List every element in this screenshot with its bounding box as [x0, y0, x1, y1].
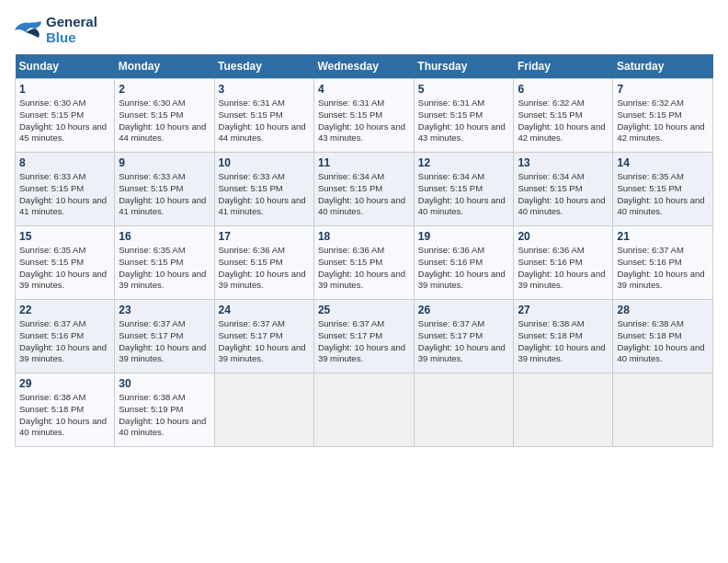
day-number: 14 [617, 156, 709, 169]
calendar-cell [514, 373, 613, 447]
day-number: 5 [418, 83, 510, 96]
day-number: 3 [219, 83, 310, 96]
calendar-cell: 12Sunrise: 6:34 AMSunset: 5:15 PMDayligh… [414, 153, 514, 226]
col-header-friday: Friday [514, 54, 613, 79]
day-number: 12 [418, 156, 510, 169]
day-info: Sunrise: 6:37 AMSunset: 5:17 PMDaylight:… [318, 318, 405, 363]
calendar-week-row: 15Sunrise: 6:35 AMSunset: 5:15 PMDayligh… [16, 226, 713, 300]
day-info: Sunrise: 6:33 AMSunset: 5:15 PMDaylight:… [119, 171, 206, 216]
calendar-week-row: 29Sunrise: 6:38 AMSunset: 5:18 PMDayligh… [16, 373, 713, 447]
day-info: Sunrise: 6:37 AMSunset: 5:17 PMDaylight:… [418, 318, 506, 363]
day-number: 29 [19, 377, 110, 390]
day-info: Sunrise: 6:32 AMSunset: 5:15 PMDaylight:… [518, 98, 605, 143]
calendar-week-row: 22Sunrise: 6:37 AMSunset: 5:16 PMDayligh… [16, 300, 713, 373]
day-number: 28 [617, 304, 709, 316]
day-info: Sunrise: 6:33 AMSunset: 5:15 PMDaylight:… [219, 171, 306, 216]
day-number: 2 [119, 83, 210, 96]
calendar-cell: 24Sunrise: 6:37 AMSunset: 5:17 PMDayligh… [214, 300, 313, 373]
calendar-cell: 8Sunrise: 6:33 AMSunset: 5:15 PMDaylight… [16, 153, 115, 226]
day-number: 18 [318, 230, 410, 243]
day-info: Sunrise: 6:37 AMSunset: 5:16 PMDaylight:… [617, 245, 704, 290]
day-info: Sunrise: 6:36 AMSunset: 5:16 PMDaylight:… [418, 245, 506, 290]
day-number: 21 [617, 230, 709, 243]
col-header-thursday: Thursday [414, 54, 514, 79]
day-number: 6 [518, 83, 609, 96]
day-info: Sunrise: 6:36 AMSunset: 5:16 PMDaylight:… [518, 245, 605, 290]
day-number: 4 [318, 83, 410, 96]
logo: General Blue [15, 15, 97, 45]
day-info: Sunrise: 6:30 AMSunset: 5:15 PMDaylight:… [119, 98, 206, 143]
day-info: Sunrise: 6:34 AMSunset: 5:15 PMDaylight:… [318, 171, 405, 216]
day-info: Sunrise: 6:31 AMSunset: 5:15 PMDaylight:… [219, 98, 306, 143]
day-info: Sunrise: 6:35 AMSunset: 5:15 PMDaylight:… [19, 245, 107, 290]
calendar-cell: 25Sunrise: 6:37 AMSunset: 5:17 PMDayligh… [313, 300, 414, 373]
day-number: 11 [318, 156, 410, 169]
calendar-cell [214, 373, 313, 447]
calendar-cell: 22Sunrise: 6:37 AMSunset: 5:16 PMDayligh… [16, 300, 115, 373]
calendar-week-row: 8Sunrise: 6:33 AMSunset: 5:15 PMDaylight… [16, 153, 713, 226]
col-header-wednesday: Wednesday [313, 54, 414, 79]
calendar-week-row: 1Sunrise: 6:30 AMSunset: 5:15 PMDaylight… [16, 79, 713, 153]
calendar-cell: 29Sunrise: 6:38 AMSunset: 5:18 PMDayligh… [16, 373, 115, 447]
calendar-cell: 10Sunrise: 6:33 AMSunset: 5:15 PMDayligh… [214, 153, 313, 226]
calendar-cell: 3Sunrise: 6:31 AMSunset: 5:15 PMDaylight… [214, 79, 313, 153]
calendar-cell: 7Sunrise: 6:32 AMSunset: 5:15 PMDaylight… [613, 79, 713, 153]
calendar-cell: 5Sunrise: 6:31 AMSunset: 5:15 PMDaylight… [414, 79, 514, 153]
day-info: Sunrise: 6:36 AMSunset: 5:15 PMDaylight:… [318, 245, 405, 290]
day-number: 10 [219, 156, 310, 169]
calendar-cell: 13Sunrise: 6:34 AMSunset: 5:15 PMDayligh… [514, 153, 613, 226]
day-info: Sunrise: 6:38 AMSunset: 5:18 PMDaylight:… [518, 318, 605, 363]
day-number: 25 [318, 304, 410, 316]
calendar-cell: 26Sunrise: 6:37 AMSunset: 5:17 PMDayligh… [414, 300, 514, 373]
day-info: Sunrise: 6:32 AMSunset: 5:15 PMDaylight:… [617, 98, 704, 143]
day-number: 9 [119, 156, 210, 169]
day-number: 17 [219, 230, 310, 243]
day-number: 24 [219, 304, 310, 316]
day-info: Sunrise: 6:36 AMSunset: 5:15 PMDaylight:… [219, 245, 306, 290]
day-info: Sunrise: 6:37 AMSunset: 5:16 PMDaylight:… [19, 318, 107, 363]
day-info: Sunrise: 6:37 AMSunset: 5:17 PMDaylight:… [219, 318, 306, 363]
col-header-tuesday: Tuesday [214, 54, 313, 79]
calendar-cell: 27Sunrise: 6:38 AMSunset: 5:18 PMDayligh… [514, 300, 613, 373]
day-info: Sunrise: 6:35 AMSunset: 5:15 PMDaylight:… [119, 245, 206, 290]
day-number: 22 [19, 304, 110, 316]
calendar-cell: 19Sunrise: 6:36 AMSunset: 5:16 PMDayligh… [414, 226, 514, 300]
calendar-cell: 15Sunrise: 6:35 AMSunset: 5:15 PMDayligh… [16, 226, 115, 300]
day-number: 8 [19, 156, 110, 169]
day-info: Sunrise: 6:31 AMSunset: 5:15 PMDaylight:… [418, 98, 506, 143]
day-number: 27 [518, 304, 609, 316]
day-info: Sunrise: 6:33 AMSunset: 5:15 PMDaylight:… [19, 171, 107, 216]
page-header: General Blue [15, 15, 713, 45]
day-number: 26 [418, 304, 510, 316]
calendar-cell: 21Sunrise: 6:37 AMSunset: 5:16 PMDayligh… [613, 226, 713, 300]
day-info: Sunrise: 6:35 AMSunset: 5:15 PMDaylight:… [617, 171, 704, 216]
calendar-cell: 18Sunrise: 6:36 AMSunset: 5:15 PMDayligh… [313, 226, 414, 300]
day-info: Sunrise: 6:31 AMSunset: 5:15 PMDaylight:… [318, 98, 405, 143]
day-number: 30 [119, 377, 210, 390]
calendar-cell: 14Sunrise: 6:35 AMSunset: 5:15 PMDayligh… [613, 153, 713, 226]
day-number: 20 [518, 230, 609, 243]
day-info: Sunrise: 6:34 AMSunset: 5:15 PMDaylight:… [518, 171, 605, 216]
calendar-cell: 9Sunrise: 6:33 AMSunset: 5:15 PMDaylight… [115, 153, 214, 226]
day-info: Sunrise: 6:38 AMSunset: 5:18 PMDaylight:… [19, 392, 107, 437]
day-number: 19 [418, 230, 510, 243]
day-info: Sunrise: 6:38 AMSunset: 5:19 PMDaylight:… [119, 392, 206, 437]
calendar-cell: 28Sunrise: 6:38 AMSunset: 5:18 PMDayligh… [613, 300, 713, 373]
col-header-saturday: Saturday [613, 54, 713, 79]
calendar-cell: 30Sunrise: 6:38 AMSunset: 5:19 PMDayligh… [115, 373, 214, 447]
day-number: 23 [119, 304, 210, 316]
logo-bird-icon [15, 19, 42, 41]
day-info: Sunrise: 6:38 AMSunset: 5:18 PMDaylight:… [617, 318, 704, 363]
calendar-cell [313, 373, 414, 447]
calendar-cell: 4Sunrise: 6:31 AMSunset: 5:15 PMDaylight… [313, 79, 414, 153]
header-row: SundayMondayTuesdayWednesdayThursdayFrid… [16, 54, 713, 79]
calendar-cell: 2Sunrise: 6:30 AMSunset: 5:15 PMDaylight… [115, 79, 214, 153]
day-info: Sunrise: 6:34 AMSunset: 5:15 PMDaylight:… [418, 171, 506, 216]
calendar-cell: 20Sunrise: 6:36 AMSunset: 5:16 PMDayligh… [514, 226, 613, 300]
day-number: 1 [19, 83, 110, 96]
calendar-cell: 17Sunrise: 6:36 AMSunset: 5:15 PMDayligh… [214, 226, 313, 300]
day-number: 7 [617, 83, 709, 96]
day-number: 16 [119, 230, 210, 243]
calendar-table: SundayMondayTuesdayWednesdayThursdayFrid… [15, 54, 713, 447]
logo-text: General Blue [46, 15, 97, 45]
